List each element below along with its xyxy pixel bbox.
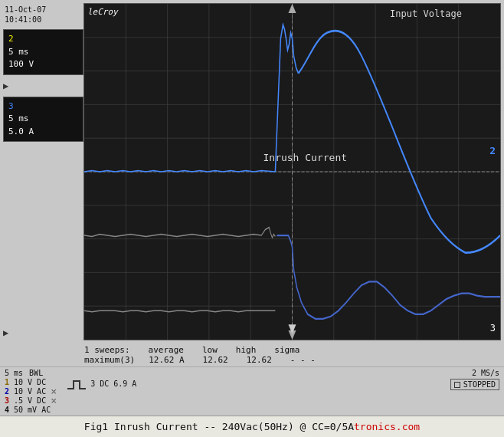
ch2-marker: 2 <box>489 145 496 156</box>
ch3-coupling: DC <box>37 396 46 405</box>
ch3-marker: 3 <box>490 323 496 334</box>
bottom-bar: 5 ms BWL 1 10 V DC 2 10 V AC ⤫ 3 <box>0 366 504 416</box>
main-container: 11-Oct-07 10:41:00 2 5 ms 100 V ▶ 3 5 ms… <box>0 0 504 437</box>
inrush-current-label: Inrush Current <box>263 152 347 163</box>
ch1-coupling: DC <box>37 378 46 386</box>
ch3-arrow: ▶ <box>3 80 8 91</box>
ch2-timebase: 5 ms <box>8 46 78 59</box>
date-label: 11-Oct-07 <box>5 5 82 15</box>
timebase-label: 5 ms <box>5 369 23 377</box>
high-label: high <box>236 345 257 355</box>
high-value: 12.62 <box>247 355 272 365</box>
caption-bar: Fig1 Inrush Current -- 240Vac(50Hz) @ CC… <box>0 416 504 437</box>
ch3-scale: 5.0 A <box>8 126 78 139</box>
ch1-scale: 10 <box>14 378 23 386</box>
trigger-arrow: ▶ <box>3 327 8 338</box>
sample-rate: 2 MS/s <box>472 369 499 377</box>
low-label: low <box>202 345 218 355</box>
ch3-row: 3 .5 V DC ⤫ <box>5 396 57 405</box>
ch2-scale: 100 V <box>8 58 78 71</box>
ch4-scale: 50 <box>14 406 23 414</box>
stats-area: 1 sweeps: average low high sigma maximum… <box>0 343 504 366</box>
sigma-value: - - - <box>290 355 316 365</box>
scope-screen: leCroy Input Voltage Inrush Current 2 3 <box>83 3 501 340</box>
channel3-box: 3 5 ms 5.0 A <box>3 97 83 143</box>
status-label: STOPPED <box>463 380 496 389</box>
ch1-num: 1 <box>5 378 9 386</box>
channel2-box: 2 5 ms 100 V <box>3 29 83 75</box>
bwl-label: BWL <box>29 369 43 377</box>
ch4-coupling: AC <box>41 406 51 414</box>
low-value: 12.62 <box>203 355 228 365</box>
time-label: 10:41:00 <box>5 15 82 25</box>
sigma-label: sigma <box>274 345 299 355</box>
ch3-unit: V <box>28 396 32 405</box>
waveform-svg <box>84 4 500 340</box>
left-panel: 11-Oct-07 10:41:00 2 5 ms 100 V ▶ 3 5 ms… <box>3 3 83 340</box>
trigger-label: 3 DC 6.9 A <box>90 380 136 388</box>
bottom-settings: 5 ms BWL 1 10 V DC 2 10 V AC ⤫ 3 <box>5 369 57 414</box>
lecroy-label: leCroy <box>87 7 118 17</box>
average-value: 12.62 A <box>149 355 184 365</box>
ch2-row: 2 10 V AC ⤫ <box>5 387 57 396</box>
ch2-label: 2 <box>8 33 78 46</box>
ch1-unit: V <box>28 378 32 386</box>
trigger-symbol <box>67 380 86 392</box>
timestamp: 11-Oct-07 10:41:00 <box>3 3 83 26</box>
ch3-scale: .5 <box>14 396 23 405</box>
ch4-unit: mV <box>28 406 37 414</box>
top-area: 11-Oct-07 10:41:00 2 5 ms 100 V ▶ 3 5 ms… <box>0 0 504 343</box>
ch3-timebase: 5 ms <box>8 113 78 126</box>
maximum-label: maximum(3) <box>84 355 135 365</box>
stopped-box: STOPPED <box>450 379 499 390</box>
stopped-icon <box>454 382 460 388</box>
right-status: 2 MS/s STOPPED <box>450 369 499 390</box>
ch2-scale: 10 <box>14 387 23 396</box>
ch2-num: 2 <box>5 387 9 396</box>
ch4-row: 4 50 mV AC <box>5 406 57 414</box>
ch3-num: 3 <box>5 396 9 405</box>
input-voltage-label: Input Voltage <box>390 8 462 19</box>
ch3-label: 3 <box>8 100 78 113</box>
ch2-coupling: AC <box>37 387 46 396</box>
sweeps-value: 1 sweeps: <box>84 345 130 355</box>
ch2-unit: V <box>28 387 32 396</box>
site-label: tronics.com <box>354 421 420 432</box>
caption-text: Fig1 Inrush Current -- 240Vac(50Hz) @ CC… <box>84 421 354 432</box>
ch1-row: 1 10 V DC <box>5 378 57 386</box>
average-label: average <box>149 345 184 355</box>
